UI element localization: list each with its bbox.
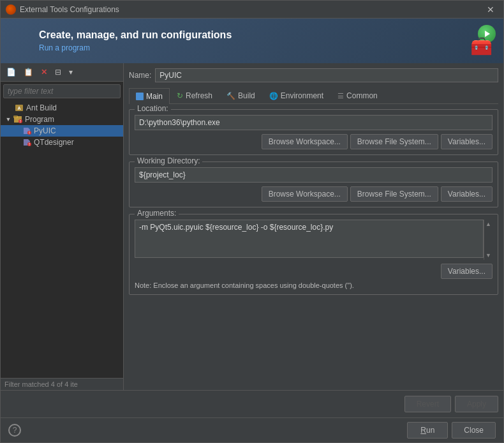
tree-item-qtdesigner[interactable]: ! QTdesigner xyxy=(1,137,123,148)
svg-text:A: A xyxy=(17,106,20,110)
arguments-note: Note: Enclose an argument containing spa… xyxy=(135,282,493,289)
run-button[interactable]: Run xyxy=(407,422,448,439)
tree-area: A Ant Build ▼ ! Prog xyxy=(1,101,123,378)
tab-main-label: Main xyxy=(146,92,163,101)
arguments-textarea-wrap: -m PyQt5.uic.pyuic ${resource_loc} -o ${… xyxy=(135,220,493,260)
svg-rect-2 xyxy=(13,116,18,118)
tabs-row: Main ↻ Refresh 🔨 Build 🌐 Environment ☰ C… xyxy=(129,87,498,104)
svg-text:!: ! xyxy=(20,119,21,123)
bottom-buttons-bar: Revert Apply xyxy=(1,390,503,417)
location-browse-filesystem-button[interactable]: Browse File System... xyxy=(350,134,438,149)
program-folder-icon: ! xyxy=(13,115,22,124)
tree-item-pyuic[interactable]: ! PyUIC xyxy=(1,125,123,137)
tree-item-label: QTdesigner xyxy=(34,138,74,147)
dialog-icon xyxy=(6,4,16,15)
close-button[interactable]: ✕ xyxy=(483,3,498,16)
filter-status: Filter matched 4 of 4 ite xyxy=(1,378,123,390)
close-dialog-button[interactable]: Close xyxy=(452,422,496,439)
name-input[interactable] xyxy=(155,68,498,82)
header-content: Create, manage, and run configurations R… xyxy=(39,29,232,52)
right-panel: Name: Main ↻ Refresh 🔨 Build 🌐 xyxy=(124,63,503,390)
new-icon: 📄 xyxy=(6,68,16,77)
dropdown-arrow-icon: ▾ xyxy=(69,68,73,77)
copy-config-button[interactable]: 📋 xyxy=(20,66,36,79)
more-button[interactable]: ▾ xyxy=(66,66,76,79)
tab-environment-label: Environment xyxy=(281,91,323,100)
footer-bar: ? Run Close xyxy=(1,417,503,442)
header-icon-area: 🧰 xyxy=(457,25,496,57)
location-browse-workspace-button[interactable]: Browse Workspace... xyxy=(262,134,348,149)
revert-button[interactable]: Revert xyxy=(404,396,451,412)
title-bar: External Tools Configurations ✕ xyxy=(1,1,503,19)
filter-icon: ⊟ xyxy=(55,68,61,77)
working-dir-input[interactable] xyxy=(135,167,493,183)
ant-build-icon: A xyxy=(15,103,24,112)
working-dir-buttons: Browse Workspace... Browse File System..… xyxy=(135,186,493,202)
location-variables-button[interactable]: Variables... xyxy=(441,134,493,149)
scroll-down-icon[interactable]: ▼ xyxy=(484,251,493,260)
run-program-link[interactable]: Run a program xyxy=(39,43,232,52)
scroll-up-icon[interactable]: ▲ xyxy=(484,220,493,229)
location-input[interactable] xyxy=(135,115,493,130)
location-legend: Location: xyxy=(135,104,171,113)
working-dir-section: Working Directory: Browse Workspace... B… xyxy=(129,161,498,207)
workdir-browse-filesystem-button[interactable]: Browse File System... xyxy=(350,186,438,202)
arguments-legend: Arguments: xyxy=(135,209,179,218)
location-buttons: Browse Workspace... Browse File System..… xyxy=(135,134,493,149)
refresh-tab-icon: ↻ xyxy=(177,91,183,100)
tab-environment[interactable]: 🌐 Environment xyxy=(262,87,330,103)
tree-item-label: PyUIC xyxy=(34,126,56,135)
footer-right-buttons: Run Close xyxy=(407,422,496,439)
left-panel: 📄 📋 ✕ ⊟ ▾ xyxy=(1,63,124,390)
svg-text:!: ! xyxy=(29,142,30,146)
tab-build[interactable]: 🔨 Build xyxy=(219,87,262,103)
header-title: Create, manage, and run configurations xyxy=(39,29,232,41)
tab-main[interactable]: Main xyxy=(129,88,170,104)
tab-refresh[interactable]: ↻ Refresh xyxy=(170,87,219,103)
arguments-section: Arguments: -m PyQt5.uic.pyuic ${resource… xyxy=(129,214,498,295)
expand-arrow-icon: ▼ xyxy=(4,116,12,123)
dialog-title: External Tools Configurations xyxy=(20,5,483,14)
tab-build-label: Build xyxy=(238,91,255,100)
arguments-textarea[interactable]: -m PyQt5.uic.pyuic ${resource_loc} -o ${… xyxy=(135,220,484,258)
run-underline-label: Run xyxy=(420,426,434,435)
workdir-browse-workspace-button[interactable]: Browse Workspace... xyxy=(262,186,348,202)
args-scrollbar[interactable]: ▲ ▼ xyxy=(484,220,493,260)
main-content: 📄 📋 ✕ ⊟ ▾ xyxy=(1,63,503,390)
tree-item-program[interactable]: ▼ ! Program xyxy=(1,114,123,125)
arguments-variables-button[interactable]: Variables... xyxy=(441,264,493,279)
delete-icon: ✕ xyxy=(41,68,47,77)
tab-refresh-label: Refresh xyxy=(186,91,212,100)
location-section: Location: Browse Workspace... Browse Fil… xyxy=(129,109,498,155)
name-label: Name: xyxy=(129,71,151,80)
common-tab-icon: ☰ xyxy=(337,92,344,100)
tab-common-label: Common xyxy=(346,91,378,100)
arguments-buttons: Variables... xyxy=(135,264,493,279)
filter-input[interactable] xyxy=(3,84,121,98)
new-config-button[interactable]: 📄 xyxy=(3,66,19,79)
header-bar: Create, manage, and run configurations R… xyxy=(1,19,503,63)
dialog-window: External Tools Configurations ✕ Create, … xyxy=(0,0,504,443)
svg-text:!: ! xyxy=(29,131,30,135)
tree-item-ant-build[interactable]: A Ant Build xyxy=(1,102,123,114)
name-row: Name: xyxy=(129,68,498,82)
tree-item-label: Ant Build xyxy=(26,103,57,112)
workdir-variables-button[interactable]: Variables... xyxy=(441,186,493,202)
main-tab-icon xyxy=(136,93,144,100)
left-toolbar: 📄 📋 ✕ ⊟ ▾ xyxy=(1,63,123,82)
pyuic-icon: ! xyxy=(22,126,31,135)
copy-icon: 📋 xyxy=(24,68,33,77)
qtdesigner-icon: ! xyxy=(22,138,31,147)
env-tab-icon: 🌐 xyxy=(269,92,278,100)
tab-common[interactable]: ☰ Common xyxy=(330,87,385,103)
delete-config-button[interactable]: ✕ xyxy=(38,66,50,79)
tree-item-label: Program xyxy=(25,115,54,124)
toolbox-icon: 🧰 xyxy=(470,36,493,57)
build-tab-icon: 🔨 xyxy=(226,92,235,100)
help-button[interactable]: ? xyxy=(8,424,21,437)
filter-button[interactable]: ⊟ xyxy=(52,66,64,79)
working-dir-legend: Working Directory: xyxy=(135,156,202,165)
apply-button[interactable]: Apply xyxy=(455,396,498,412)
